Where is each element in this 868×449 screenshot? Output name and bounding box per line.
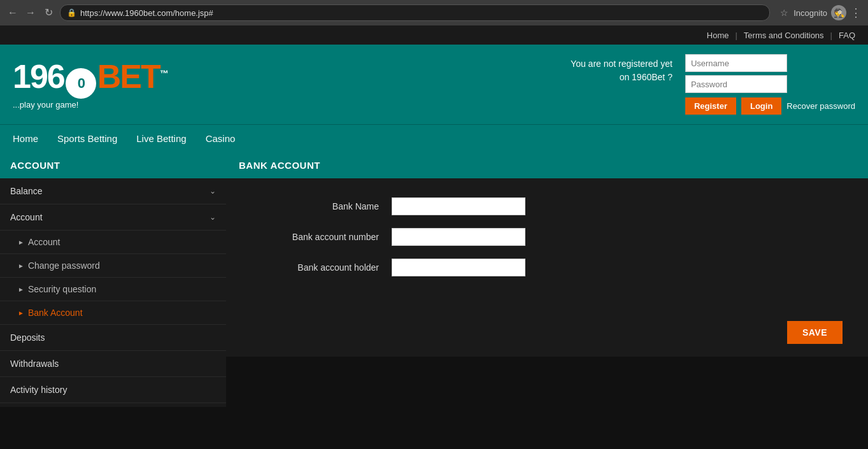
footer-area — [0, 407, 868, 449]
sidebar-subitem-bank-account[interactable]: ► Bank Account — [0, 301, 226, 325]
sidebar-bank-account-label: Bank Account — [28, 308, 83, 318]
nav-sports-betting[interactable]: Sports Betting — [57, 125, 117, 152]
arrow-right-icon: ► — [18, 239, 24, 246]
logo-tagline: ...play your game! — [13, 100, 167, 110]
sidebar-subitem-security[interactable]: ► Security question — [0, 278, 226, 301]
bank-name-label: Bank Name — [252, 201, 379, 211]
incognito-label: Incognito — [793, 8, 827, 18]
save-area: SAVE — [226, 308, 868, 357]
bank-account-holder-row: Bank account holder — [252, 259, 843, 276]
reload-button[interactable]: ↻ — [42, 6, 55, 19]
arrow-right-icon-2: ► — [18, 262, 24, 269]
header: 1960BET™ ...play your game! You are not … — [0, 45, 868, 124]
content-body: Bank Name Bank account number Bank accou… — [226, 178, 868, 308]
topnav-terms[interactable]: Terms and Conditions — [744, 31, 824, 40]
bank-account-holder-input[interactable] — [392, 259, 525, 276]
incognito-icon: 🕵 — [831, 5, 846, 20]
bank-account-number-label: Bank account number — [252, 232, 379, 242]
sidebar-subitem-account-label: Account — [28, 237, 60, 247]
sidebar-account-label: Account — [10, 212, 43, 222]
recover-password-link[interactable]: Recover password — [786, 101, 855, 111]
sidebar-change-password-label: Change password — [28, 260, 100, 271]
login-section: Register Login Recover password — [685, 54, 855, 115]
chevron-down-icon: ⌄ — [210, 187, 216, 196]
save-button[interactable]: SAVE — [787, 321, 843, 344]
sidebar-balance-label: Balance — [10, 186, 43, 196]
logo-tm: ™ — [160, 68, 167, 78]
sidebar-withdrawals-label: Withdrawals — [10, 359, 59, 369]
sidebar-item-account[interactable]: Account ⌄ — [0, 204, 226, 231]
bank-account-number-row: Bank account number — [252, 228, 843, 246]
arrow-right-icon-4: ► — [18, 310, 24, 317]
logo: 1960BET™ — [13, 60, 167, 99]
login-button[interactable]: Login — [741, 97, 781, 115]
top-nav: Home | Terms and Conditions | FAQ — [0, 25, 868, 45]
content-header: BANK ACCOUNT — [226, 152, 868, 178]
menu-dots[interactable]: ⋮ — [850, 6, 862, 20]
sidebar-deposits-label: Deposits — [10, 332, 45, 343]
logo-bet: BET — [97, 58, 160, 95]
nav-home[interactable]: Home — [13, 125, 38, 152]
sidebar-header: ACCOUNT — [0, 152, 226, 178]
bank-name-row: Bank Name — [252, 197, 843, 215]
star-icon[interactable]: ☆ — [780, 8, 788, 18]
login-area — [685, 54, 855, 93]
logo-area: 1960BET™ ...play your game! — [13, 60, 167, 110]
header-right: You are not registered yet on 1960Bet ? … — [571, 54, 855, 115]
arrow-right-icon-3: ► — [18, 286, 24, 293]
sidebar: ACCOUNT Balance ⌄ Account ⌄ ► Account ► … — [0, 152, 226, 407]
bank-name-input[interactable] — [392, 197, 525, 215]
password-input[interactable] — [685, 75, 787, 93]
incognito-area: Incognito 🕵 ⋮ — [793, 5, 862, 20]
nav-live-betting[interactable]: Live Betting — [136, 125, 186, 152]
sidebar-item-activity-history[interactable]: Activity history — [0, 377, 226, 403]
sidebar-subitem-account[interactable]: ► Account — [0, 231, 226, 254]
bank-account-holder-label: Bank account holder — [252, 262, 379, 273]
lock-icon: 🔒 — [67, 8, 76, 17]
url-text: https://www.1960bet.com/home.jsp# — [80, 8, 213, 18]
browser-chrome: ← → ↻ 🔒 https://www.1960bet.com/home.jsp… — [0, 0, 868, 25]
sidebar-item-balance[interactable]: Balance ⌄ — [0, 178, 226, 204]
login-buttons: Register Login Recover password — [685, 97, 855, 115]
logo-19: 196 — [13, 58, 64, 95]
forward-button[interactable]: → — [24, 6, 37, 19]
sidebar-subitem-change-password[interactable]: ► Change password — [0, 254, 226, 278]
username-input[interactable] — [685, 54, 787, 72]
page-body: ACCOUNT Balance ⌄ Account ⌄ ► Account ► … — [0, 152, 868, 407]
register-button[interactable]: Register — [685, 97, 736, 115]
chevron-down-icon-2: ⌄ — [210, 213, 216, 222]
topnav-home[interactable]: Home — [707, 31, 729, 40]
sidebar-item-deposits[interactable]: Deposits — [0, 325, 226, 351]
logo-circle: 0 — [66, 68, 96, 99]
sidebar-item-withdrawals[interactable]: Withdrawals — [0, 351, 226, 377]
not-registered-text: You are not registered yet on 1960Bet ? — [571, 57, 672, 84]
main-nav: Home Sports Betting Live Betting Casino — [0, 124, 868, 152]
nav-casino[interactable]: Casino — [206, 125, 236, 152]
sidebar-security-label: Security question — [28, 284, 96, 294]
address-bar[interactable]: 🔒 https://www.1960bet.com/home.jsp# — [60, 4, 770, 21]
topnav-faq[interactable]: FAQ — [839, 31, 855, 40]
browser-actions: ☆ — [780, 8, 788, 18]
sidebar-activity-label: Activity history — [10, 385, 67, 395]
back-button[interactable]: ← — [6, 6, 19, 19]
bank-account-number-input[interactable] — [392, 228, 525, 246]
main-content: BANK ACCOUNT Bank Name Bank account numb… — [226, 152, 868, 407]
